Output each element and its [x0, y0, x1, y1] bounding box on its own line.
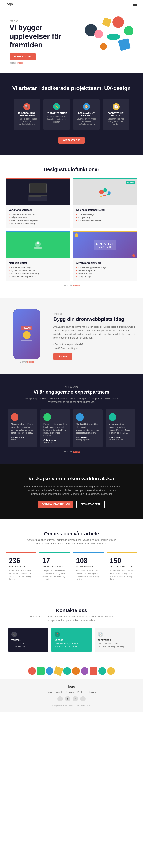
- contact-cards: 📞 TELEFON +1 234 567 891+1 234 567 454 📍…: [6, 628, 137, 652]
- header-logo[interactable]: logo: [6, 2, 13, 6]
- contact-subtext: Duis aute irure dolor in reprehenderit i…: [29, 615, 114, 622]
- team-card-icon-0: 🔍: [24, 103, 30, 110]
- build-cta-button[interactable]: LÄS MER: [53, 353, 72, 360]
- list-item: Varumärkes positionering: [9, 222, 67, 225]
- team-card-1: ✏️ PROTOTYPA EN IDE Validera idéer med d…: [43, 99, 70, 129]
- footer-nav: Home About Services Portfolio Contact: [6, 691, 137, 693]
- list-item: Konkurrensanalys kampanjer: [9, 219, 67, 222]
- testimonial-card-2: Marvis at klickas maskinse ut. Prementum…: [73, 409, 103, 447]
- deco-shape: [46, 667, 53, 675]
- team-cards: 🔍 UNDERSÖKNING ANVÄNDARENS Identifiera s…: [6, 99, 137, 129]
- svg-point-1: [103, 188, 107, 192]
- design-card-list-1: Innehållsstrategi Copywritning Kommunika…: [76, 213, 134, 222]
- design-card-content-2: Märkesidentitet Visuell varumärkning Sys…: [6, 258, 70, 281]
- hamburger-menu[interactable]: [133, 3, 137, 6]
- design-card-img-1: DESIGN: [73, 179, 137, 206]
- design-card-list-3: Konsumentupplevelsestrategi Förbättrar a…: [76, 266, 134, 278]
- social-instagram-icon[interactable]: in: [73, 696, 78, 702]
- contact-card-1: 📍 ADRESS 120 Wast Street, 21 AvenueNew Y…: [51, 628, 92, 652]
- design-grid: Varumärkesstrategi Branchens marknadspla…: [6, 178, 137, 281]
- design-card-title-3: Användarupplevelser: [76, 261, 134, 265]
- build-support: • Support via e-post och telefon• +480 F…: [53, 343, 137, 350]
- location-icon: 📍: [55, 632, 60, 637]
- stats-grid: 236 MUSKAR KAFFE Sample text. Click to s…: [6, 552, 137, 585]
- svg-rect-4: [103, 195, 106, 196]
- brands-secondary-button[interactable]: SE VÅRT ARBETE: [76, 501, 105, 508]
- social-twitter-icon[interactable]: t: [65, 696, 70, 702]
- testimonial-role-3: Becilwe Wecilwer: [109, 438, 132, 441]
- deco-shape: [107, 667, 115, 675]
- svg-rect-8: [34, 247, 42, 249]
- testimonial-name-1: Celia Almeda: [43, 439, 67, 441]
- team-card-icon-3: 📈: [113, 103, 119, 110]
- team-section: Vi arbetar i dedikerade projektteam, UX-…: [0, 73, 143, 155]
- deco-shape: [81, 667, 88, 675]
- list-item: Copywritning: [76, 216, 134, 219]
- build-heading: Bygg din drömwebbplats idag: [53, 316, 137, 322]
- design-card-content-3: Användarupplevelser Konsumentupplevelses…: [73, 258, 137, 281]
- list-item: Förbättrar applikation: [76, 269, 134, 272]
- testimonial-role-1: Salesteam: [43, 441, 67, 443]
- testimonial-avatar-0: [11, 413, 19, 421]
- hero-cta-button[interactable]: KONTAKTA OSS: [9, 53, 36, 60]
- team-heading: Vi arbetar i dedikerade projektteam, UX-…: [6, 85, 137, 92]
- team-card-0: 🔍 UNDERSÖKNING ANVÄNDARENS Identifiera s…: [13, 99, 40, 129]
- testimonial-photo-link[interactable]: Freepik: [73, 450, 80, 453]
- deco-shape: [63, 667, 71, 675]
- contact-card-lines-1: 120 Wast Street, 21 AvenueNew York, NY 1…: [55, 642, 88, 648]
- team-card-title-0: UNDERSÖKNING ANVÄNDARENS: [16, 112, 37, 117]
- stat-text-2: Sample text. Click to select the text bo…: [76, 569, 101, 581]
- brands-primary-button[interactable]: VARUMÄRKESSTRATEGI: [38, 501, 73, 508]
- svg-rect-5: [107, 194, 110, 195]
- footer-nav-services[interactable]: Services: [66, 691, 74, 693]
- list-item: Visuell och illustrationsstrategi: [9, 272, 67, 275]
- footer-nav-contact[interactable]: Contact: [89, 691, 96, 693]
- design-photo-link[interactable]: Freepik: [73, 284, 80, 286]
- design-card-1: DESIGN Kommunikationsstrategi: [73, 178, 137, 228]
- testimonial-text-2: Marvis at klickas maskinse ut. Prementum…: [76, 423, 100, 434]
- footer-nav-portfolio[interactable]: Portfolio: [77, 691, 85, 693]
- build-content: OM OSS Bygg din drömwebbplats idag Anka …: [53, 313, 137, 360]
- list-item: Konsumentupplevelsestrategi: [76, 266, 134, 269]
- design-card-content-1: Kommunikationsstrategi Innehållsstrategi…: [73, 206, 137, 225]
- team-cta-button[interactable]: KONTAKTA OSS: [58, 137, 85, 144]
- footer-nav-home[interactable]: Home: [47, 691, 52, 693]
- hero-photo-link[interactable]: Freepik: [17, 62, 23, 64]
- social-facebook-icon[interactable]: f: [58, 696, 63, 702]
- build-label: OM OSS: [53, 313, 137, 315]
- about-work-heading: Om oss och vårt arbete: [6, 531, 137, 537]
- contact-card-lines-0: +1 234 567 891+1 234 567 454: [11, 642, 45, 648]
- brands-buttons: VARUMÄRKESSTRATEGI SE VÅRT ARBETE: [6, 501, 137, 508]
- testimonial-name-3: Mattis Smith: [109, 436, 132, 438]
- team-card-desc-3: Vi samarbetar med designen och UX-design: [106, 118, 127, 126]
- stat-number-1: 17: [42, 557, 67, 565]
- design-card-content-0: Varumärkesstrategi Branchens marknadspla…: [6, 206, 70, 228]
- footer-social: f t in li: [6, 696, 137, 702]
- deco-shape: [72, 667, 80, 675]
- stat-number-2: 108: [76, 557, 101, 565]
- team-card-2: 🎨 DESIGNA EN NY PRODUKT Leverera en MVP …: [73, 99, 100, 129]
- build-photo-link[interactable]: Freepik: [27, 361, 34, 363]
- design-photo-label: Bilder från Freepik: [6, 284, 137, 286]
- list-item: Produktdesign: [76, 272, 134, 275]
- about-work-subtext: Ante metus dictum at tempor commodo ulla…: [26, 538, 117, 546]
- testimonial-photo-label: Bilder från Freepik: [6, 450, 137, 453]
- design-card-2: Märkesidentitet Visuell varumärkning Sys…: [6, 231, 70, 281]
- team-card-desc-0: Identifiera skarppunkter och förstå anvä…: [16, 118, 37, 126]
- testimonials-heading: Vi är engagerade expertpartners: [6, 389, 137, 395]
- build-body: Anka apelten han att klarna maken och de…: [53, 325, 137, 340]
- testimonial-avatar-2: [76, 413, 84, 421]
- stat-card-2: 108 NÖJDA KUNDER Sample text. Click to s…: [73, 552, 104, 585]
- social-linkedin-icon[interactable]: li: [80, 696, 85, 702]
- testimonial-avatar-1: [43, 413, 51, 421]
- hero-heading: Vi bygger upplevelser för framtiden: [9, 24, 78, 50]
- testimonial-name-0: Nat Reynolds: [11, 436, 34, 438]
- design-card-title-2: Märkesidentitet: [9, 261, 67, 265]
- footer-nav-about[interactable]: About: [56, 691, 62, 693]
- list-item: System för visuell identitet: [9, 269, 67, 272]
- contact-section: Kontakta oss Duis aute irure dolor in re…: [0, 596, 143, 663]
- design-card-img-3: CREATIVE DESIGN: [73, 232, 137, 258]
- design-card-title-0: Varumärkesstrategi: [9, 209, 67, 211]
- build-phone-visual: HELLO! Bild från Freepik: [6, 309, 48, 363]
- contact-card-title-1: ADRESS: [55, 639, 88, 641]
